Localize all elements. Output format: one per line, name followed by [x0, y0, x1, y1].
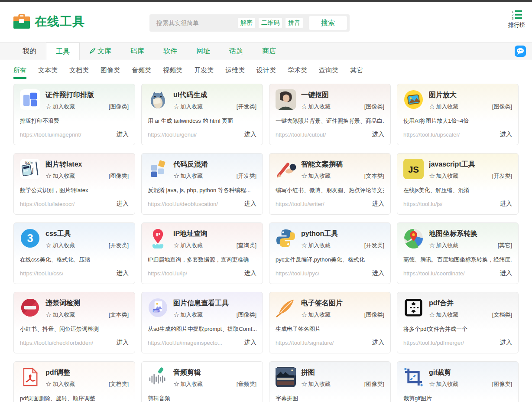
chat-bubble-icon[interactable] [515, 46, 526, 57]
nav-tab[interactable]: 软件 [154, 42, 187, 60]
add-favorite-button[interactable]: ☆加入收藏 [301, 380, 331, 388]
star-icon: ☆ [301, 381, 307, 388]
tool-card[interactable]: gif裁剪 ☆加入收藏 [图像类] 裁剪gif图片 进入 [397, 361, 519, 402]
enter-link[interactable]: 进入 [117, 131, 129, 138]
tool-card[interactable]: 音频剪辑 ☆加入收藏 [音频类] 剪辑音频 进入 [141, 361, 263, 402]
enter-link[interactable]: 进入 [372, 200, 384, 208]
add-favorite-button[interactable]: ☆加入收藏 [45, 311, 75, 319]
tool-card[interactable]: f(x)=∫ 图片转latex ☆加入收藏 [图像类] 数学公式识别，图片转la… [13, 153, 135, 215]
tool-card[interactable]: pdf调整 ☆加入收藏 [文档类] pdf页面删除、旋转、顺序调整 进入 [13, 361, 135, 402]
search-button[interactable]: 搜索 [309, 16, 347, 30]
favorite-label: 加入收藏 [436, 103, 458, 111]
category-filter[interactable]: 设计类 [256, 66, 276, 77]
enter-link[interactable]: 进入 [117, 339, 129, 346]
tool-card[interactable]: 违禁词检测 ☆加入收藏 [文本类] 小红书、抖音、闲鱼违禁词检测 https:/… [13, 292, 135, 353]
tool-card[interactable]: python工具 ☆加入收藏 [开发类] pyc文件反编译,python美化、格… [269, 222, 391, 284]
ranking-button[interactable]: 1 2 3 排行榜 [508, 9, 525, 29]
add-favorite-button[interactable]: ☆加入收藏 [45, 172, 75, 180]
favorite-label: 加入收藏 [436, 380, 458, 388]
enter-link[interactable]: 进入 [372, 131, 384, 138]
math-formula-icon: f(x)=∫ [20, 159, 40, 179]
nav-tab[interactable]: 商店 [253, 42, 285, 60]
add-favorite-button[interactable]: ☆加入收藏 [301, 172, 331, 180]
add-favorite-button[interactable]: ☆加入收藏 [45, 103, 75, 111]
tool-card[interactable]: ui代码生成 ☆加入收藏 [开发类] 用 ai 生成 tailwindcss 的… [141, 84, 263, 145]
add-favorite-button[interactable]: ☆加入收藏 [45, 242, 75, 249]
site-logo[interactable]: 在线工具 [13, 13, 85, 30]
search-input[interactable] [156, 19, 238, 27]
category-filter[interactable]: 所有 [13, 66, 26, 79]
enter-link[interactable]: 进入 [244, 131, 256, 138]
add-favorite-button[interactable]: ☆加入收藏 [301, 311, 331, 319]
category-filter[interactable]: 其它 [350, 66, 363, 77]
add-favorite-button[interactable]: ☆加入收藏 [429, 242, 458, 249]
nav-tab[interactable]: 工具 [46, 42, 80, 60]
tool-url: https://tool.lu/coordinate/ [403, 270, 465, 277]
add-favorite-button[interactable]: ☆加入收藏 [45, 380, 75, 388]
category-filter[interactable]: 文本类 [38, 66, 58, 77]
add-favorite-button[interactable]: ☆加入收藏 [429, 103, 458, 111]
category-filter[interactable]: 运维类 [225, 66, 245, 77]
add-favorite-button[interactable]: ☆加入收藏 [429, 311, 458, 319]
tool-description: 用 ai 生成 tailwindcss 的 html 页面 [148, 117, 256, 125]
tool-card[interactable]: pdf合并 ☆加入收藏 [文档类] 将多个pdf文件合并成一个 https://… [397, 292, 519, 353]
favorite-label: 加入收藏 [180, 103, 203, 111]
nav-tab[interactable]: 码库 [121, 42, 154, 60]
enter-link[interactable]: 进入 [500, 200, 512, 208]
add-favorite-button[interactable]: ☆加入收藏 [173, 311, 203, 319]
nav-tab[interactable]: 我的 [13, 42, 46, 60]
picture-badge-icon [403, 89, 424, 110]
nav-tab[interactable]: 话题 [220, 42, 253, 60]
category-filter[interactable]: 查询类 [319, 66, 338, 77]
svg-text:JS: JS [408, 164, 419, 174]
tool-card[interactable]: 地图坐标系转换 ☆加入收藏 [其它] 高德、腾讯、百度地图坐标系转换，经纬度..… [397, 222, 519, 284]
enter-link[interactable]: 进入 [244, 269, 256, 277]
tool-card[interactable]: IP IP地址查询 ☆加入收藏 [查询类] IP归属地查询，多套数据源，查询更准… [141, 222, 263, 284]
add-favorite-button[interactable]: ☆加入收藏 [173, 103, 203, 111]
enter-link[interactable]: 进入 [244, 339, 256, 346]
tool-card[interactable]: 拼图 ☆加入收藏 [图像类] 字幕拼图 进入 [269, 361, 391, 402]
tool-card[interactable]: 3 css工具 ☆加入收藏 [开发类] 在线css美化、格式化、压缩 https… [13, 222, 135, 284]
category-filter[interactable]: 音频类 [132, 66, 151, 77]
enter-link[interactable]: 进入 [372, 269, 384, 277]
add-favorite-button[interactable]: ☆加入收藏 [173, 380, 203, 388]
search-tag[interactable]: 二维码 [259, 18, 282, 28]
enter-link[interactable]: 进入 [117, 269, 129, 277]
tool-card[interactable]: 证件照打印排版 ☆加入收藏 [图像类] 排版打印不浪费 https://tool… [13, 84, 135, 145]
category-filter[interactable]: 图像类 [101, 66, 120, 77]
tool-card[interactable]: JS javascript工具 ☆加入收藏 [开发类] 在线js美化、解压缩、混… [397, 153, 519, 215]
enter-link[interactable]: 进入 [500, 339, 512, 346]
tool-card[interactable]: 代码反混淆 ☆加入收藏 [开发类] 反混淆 java, js, php, pyt… [141, 153, 263, 215]
tool-title: ui代码生成 [173, 91, 256, 99]
add-favorite-button[interactable]: ☆加入收藏 [301, 242, 331, 249]
category-filter[interactable]: 视频类 [163, 66, 182, 77]
category-filter[interactable]: 学术类 [288, 66, 307, 77]
tool-description: 剪辑音频 [148, 395, 256, 402]
enter-link[interactable]: 进入 [500, 131, 512, 138]
add-favorite-button[interactable]: ☆加入收藏 [429, 380, 458, 388]
add-favorite-button[interactable]: ☆加入收藏 [429, 172, 458, 180]
card-head: gif裁剪 ☆加入收藏 [图像类] [403, 367, 512, 388]
star-icon: ☆ [301, 173, 307, 180]
enter-link[interactable]: 进入 [500, 269, 512, 277]
tool-title: 电子签名图片 [301, 299, 384, 307]
tool-card[interactable]: 电子签名图片 ☆加入收藏 [图像类] 生成电子签名图片 https://tool… [269, 292, 391, 353]
category-filter[interactable]: 开发类 [194, 66, 214, 77]
search-tag[interactable]: 拼音 [285, 18, 303, 28]
add-favorite-button[interactable]: ☆加入收藏 [173, 242, 203, 249]
enter-link[interactable]: 进入 [244, 200, 256, 208]
tool-description: IP归属地查询，多套数据源，查询更准确 [148, 256, 256, 264]
tool-card[interactable]: 智能文案撰稿 ☆加入收藏 [文本类] 编写小红书、微博、朋友圈、热点评论等文案 … [269, 153, 391, 215]
enter-link[interactable]: 进入 [372, 339, 384, 346]
tool-card[interactable]: EXIF 图片信息查看工具 ☆加入收藏 [图像类] 从sd生成的图片中提取pro… [141, 292, 263, 353]
favorite-label: 加入收藏 [52, 103, 75, 111]
search-tag[interactable]: 解密 [238, 18, 255, 28]
category-filter[interactable]: 文档类 [69, 66, 89, 77]
add-favorite-button[interactable]: ☆加入收藏 [173, 172, 203, 180]
tool-card[interactable]: 一键抠图 ☆加入收藏 [图像类] 一键去除照片背景、证件照换背景、商品白... … [269, 84, 391, 145]
nav-tab[interactable]: 网址 [187, 42, 220, 60]
add-favorite-button[interactable]: ☆加入收藏 [301, 103, 331, 111]
nav-tab[interactable]: 文库 [80, 42, 121, 60]
tool-card[interactable]: 图片放大 ☆加入收藏 [图像类] 使用AI将图片放大1倍~4倍 https://… [397, 84, 519, 145]
enter-link[interactable]: 进入 [117, 200, 129, 208]
